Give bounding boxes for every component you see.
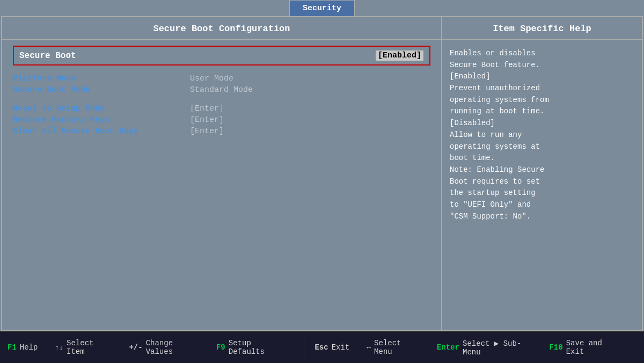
- select-menu-desc: Select Menu: [374, 339, 420, 356]
- plusminus-key: +/-: [129, 343, 142, 352]
- leftright-key: ↔: [367, 344, 371, 352]
- esc-key: Esc: [314, 343, 328, 352]
- f10-desc: Save and Exit: [566, 339, 619, 356]
- select-menu-group: ↔ Select Menu: [367, 339, 420, 356]
- tab-bar: Security: [0, 0, 644, 16]
- platform-mode-value: User Mode: [190, 74, 233, 83]
- left-panel-body: Secure Boot [Enabled] Platform Mode User…: [2, 40, 441, 330]
- select-item-desc: Select Item: [67, 339, 112, 356]
- secure-boot-value: [Enabled]: [375, 50, 424, 61]
- change-values-group: +/- Change Values: [129, 339, 199, 356]
- right-panel: Item Specific Help Enables or disables S…: [442, 17, 642, 330]
- bottom-bar: F1 Help ↑↓ Select Item +/- Change Values…: [0, 331, 644, 363]
- tab-security-label: Security: [303, 4, 341, 13]
- tab-security[interactable]: Security: [289, 0, 355, 16]
- right-panel-title: Item Specific Help: [493, 24, 591, 34]
- f10-key: F10: [549, 343, 562, 352]
- f9-key: F9: [216, 343, 225, 352]
- clear-secure-boot-keys-label: Clear All Secure Boot Keys: [13, 127, 185, 136]
- f9-desc: Setup Defaults: [229, 339, 287, 356]
- restore-factory-keys-value: [Enter]: [190, 115, 224, 125]
- f1-desc: Help: [20, 343, 38, 352]
- enter-desc: Select ▶ Sub-Menu: [463, 339, 532, 357]
- reset-setup-mode-row[interactable]: Reset to Setup Mode [Enter]: [13, 104, 430, 113]
- esc-desc: Exit: [332, 343, 350, 352]
- enter-key: Enter: [437, 343, 459, 352]
- clear-secure-boot-keys-value: [Enter]: [190, 127, 224, 136]
- reset-setup-mode-label: Reset to Setup Mode: [13, 104, 185, 113]
- platform-mode-row[interactable]: Platform Mode User Mode: [13, 74, 430, 83]
- select-item-group: ↑↓ Select Item: [55, 339, 112, 356]
- change-values-desc: Change Values: [146, 339, 199, 356]
- clear-secure-boot-keys-row[interactable]: Clear All Secure Boot Keys [Enter]: [13, 127, 430, 136]
- f9-group: F9 Setup Defaults: [216, 339, 287, 356]
- restore-factory-keys-row[interactable]: Restore Factory Keys [Enter]: [13, 115, 430, 125]
- restore-factory-keys-label: Restore Factory Keys: [13, 115, 185, 125]
- secure-boot-mode-value: Standard Mode: [190, 85, 253, 95]
- help-text: Enables or disables Secure Boot feature.…: [450, 48, 634, 222]
- f1-help-group: F1 Help: [8, 343, 38, 352]
- enter-group: Enter Select ▶ Sub-Menu: [437, 339, 532, 357]
- left-panel: Secure Boot Configuration Secure Boot [E…: [2, 17, 442, 330]
- platform-mode-label: Platform Mode: [13, 74, 185, 83]
- right-panel-header: Item Specific Help: [442, 17, 642, 40]
- esc-group: Esc Exit: [314, 343, 349, 352]
- secure-boot-mode-label: Secure Boot Mode: [13, 85, 185, 95]
- updown-key: ↑↓: [55, 344, 63, 352]
- left-panel-title: Secure Boot Configuration: [153, 24, 290, 34]
- bios-screen: Security Secure Boot Configuration Secur…: [0, 0, 644, 363]
- f1-key: F1: [8, 343, 17, 352]
- bottom-divider: [304, 337, 304, 358]
- main-content: Secure Boot Configuration Secure Boot [E…: [1, 16, 643, 331]
- reset-setup-mode-value: [Enter]: [190, 104, 224, 113]
- left-panel-header: Secure Boot Configuration: [2, 17, 441, 40]
- secure-boot-row[interactable]: Secure Boot [Enabled]: [13, 46, 430, 66]
- secure-boot-mode-row[interactable]: Secure Boot Mode Standard Mode: [13, 85, 430, 95]
- right-panel-body: Enables or disables Secure Boot feature.…: [442, 40, 642, 330]
- secure-boot-label: Secure Boot: [19, 51, 76, 61]
- action-config-section: Reset to Setup Mode [Enter] Restore Fact…: [13, 104, 430, 136]
- mode-config-section: Platform Mode User Mode Secure Boot Mode…: [13, 74, 430, 95]
- f10-group: F10 Save and Exit: [549, 339, 619, 356]
